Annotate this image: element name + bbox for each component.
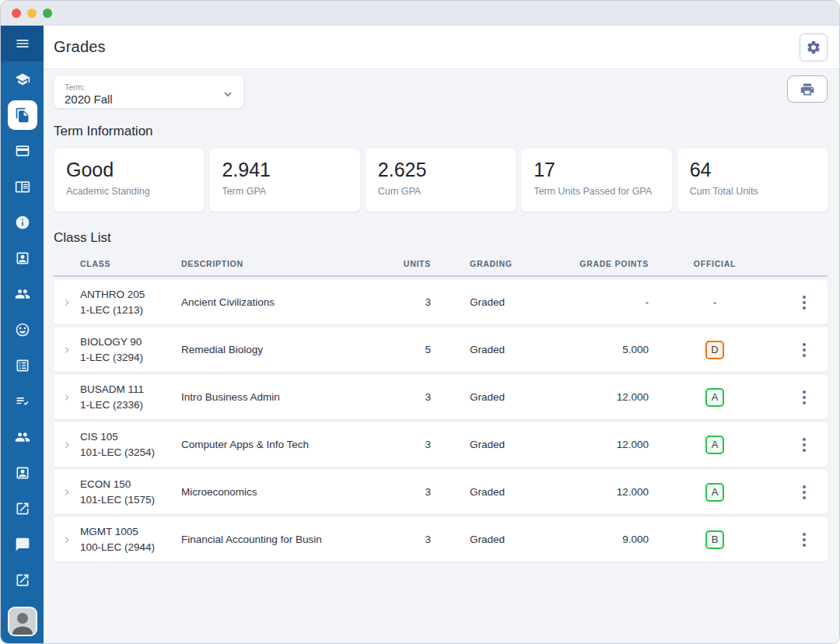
card-cum-total-units: 64 Cum Total Units bbox=[677, 149, 828, 212]
card-label: Cum Total Units bbox=[690, 186, 815, 197]
sidebar-item-info[interactable] bbox=[1, 205, 44, 240]
official-grade-cell: - bbox=[649, 296, 781, 308]
sidebar-item-wellness[interactable] bbox=[1, 312, 44, 348]
list-box-icon bbox=[15, 358, 30, 373]
page-header: Grades bbox=[44, 26, 839, 69]
units-cell: 3 bbox=[384, 391, 431, 403]
units-cell: 3 bbox=[384, 439, 431, 450]
sidebar-item-billing[interactable] bbox=[1, 133, 44, 169]
row-menu-button[interactable] bbox=[781, 375, 828, 419]
external-link-icon bbox=[15, 572, 30, 588]
col-class: Class bbox=[80, 259, 181, 268]
table-row: BUSADM 1111-LEC (2336) Intro Business Ad… bbox=[54, 375, 828, 419]
grade-points-cell: 5.000 bbox=[579, 344, 649, 355]
external-link-icon bbox=[15, 501, 30, 516]
expand-row-button[interactable] bbox=[54, 534, 80, 545]
grade-points-cell: 9.000 bbox=[579, 534, 649, 545]
description-cell: Remedial Biology bbox=[181, 344, 384, 355]
units-cell: 5 bbox=[384, 344, 431, 355]
sidebar-item-grades[interactable] bbox=[1, 97, 44, 133]
col-official: Official bbox=[649, 259, 781, 268]
people-icon bbox=[15, 286, 30, 302]
people-icon bbox=[15, 429, 30, 445]
card-term-gpa: 2.941 Term GPA bbox=[209, 149, 359, 212]
row-menu-button[interactable] bbox=[781, 327, 828, 372]
sidebar-item-groups[interactable] bbox=[1, 419, 44, 455]
term-select-label: Term: bbox=[65, 82, 222, 92]
expand-row-button[interactable] bbox=[54, 487, 80, 498]
sidebar-item-messages[interactable] bbox=[1, 527, 44, 562]
sidebar-item-external-1[interactable] bbox=[1, 491, 44, 527]
reader-icon bbox=[15, 179, 30, 194]
grading-cell: Graded bbox=[470, 486, 579, 498]
sidebar-item-profile[interactable] bbox=[1, 240, 44, 276]
sidebar-item-external-2[interactable] bbox=[1, 562, 44, 598]
class-cell: CIS 105101-LEC (3254) bbox=[80, 429, 181, 460]
sidebar-item-advisors[interactable] bbox=[1, 276, 44, 312]
avatar-photo bbox=[9, 608, 36, 635]
card-term-units-passed: 17 Term Units Passed for GPA bbox=[521, 149, 671, 212]
description-cell: Microeconomics bbox=[181, 486, 384, 498]
row-menu-button[interactable] bbox=[781, 280, 828, 324]
description-cell: Intro Business Admin bbox=[181, 391, 384, 403]
contact-badge-icon bbox=[15, 250, 30, 266]
card-cum-gpa: 2.625 Cum GPA bbox=[366, 149, 516, 212]
description-cell: Computer Apps & Info Tech bbox=[181, 439, 384, 450]
row-menu-button[interactable] bbox=[781, 422, 828, 467]
sidebar-item-enrollment[interactable] bbox=[1, 169, 44, 205]
expand-row-button[interactable] bbox=[54, 439, 80, 450]
active-nav-tile bbox=[8, 100, 37, 130]
minimize-window-button[interactable] bbox=[27, 9, 37, 18]
col-grading: Grading bbox=[470, 259, 579, 268]
user-avatar[interactable] bbox=[8, 607, 37, 636]
grade-points-cell: 12.000 bbox=[579, 439, 649, 450]
expand-row-button[interactable] bbox=[54, 297, 80, 308]
card-label: Cum GPA bbox=[378, 186, 503, 197]
col-description: Description bbox=[181, 259, 384, 268]
playlist-check-icon bbox=[15, 394, 30, 409]
grading-cell: Graded bbox=[470, 391, 579, 403]
term-select-value: 2020 Fall bbox=[65, 93, 222, 106]
grade-badge: A bbox=[705, 388, 724, 407]
units-cell: 3 bbox=[384, 486, 431, 498]
class-cell: ECON 150101-LEC (1575) bbox=[80, 477, 181, 507]
description-cell: Financial Accounting for Busin bbox=[181, 534, 384, 545]
official-grade-cell: D bbox=[649, 341, 781, 359]
grading-cell: Graded bbox=[470, 534, 579, 545]
close-window-button[interactable] bbox=[12, 9, 21, 18]
grade-badge: B bbox=[705, 530, 724, 549]
sidebar bbox=[1, 26, 44, 643]
term-info-cards: Good Academic Standing 2.941 Term GPA 2.… bbox=[54, 149, 828, 212]
class-list-heading: Class List bbox=[54, 230, 828, 246]
official-grade-cell: A bbox=[649, 483, 781, 502]
chevron-right-icon bbox=[61, 487, 72, 498]
sidebar-item-academics[interactable] bbox=[1, 61, 44, 97]
expand-row-button[interactable] bbox=[54, 392, 80, 403]
grade-points-cell: 12.000 bbox=[579, 486, 649, 498]
settings-button[interactable] bbox=[800, 33, 828, 61]
chevron-down-icon bbox=[222, 88, 234, 100]
class-cell: BIOLOGY 901-LEC (3294) bbox=[80, 334, 181, 365]
contact-badge-icon bbox=[15, 465, 30, 481]
sidebar-item-contacts[interactable] bbox=[1, 455, 44, 491]
sidebar-item-tasks[interactable] bbox=[1, 348, 44, 383]
term-select[interactable]: Term: 2020 Fall bbox=[54, 75, 243, 108]
page-title: Grades bbox=[54, 38, 106, 56]
row-menu-button[interactable] bbox=[781, 470, 828, 514]
table-row: ECON 150101-LEC (1575) Microeconomics 3 … bbox=[54, 470, 828, 514]
sidebar-menu-button[interactable] bbox=[1, 26, 44, 61]
row-menu-button[interactable] bbox=[781, 517, 828, 562]
school-icon bbox=[15, 72, 30, 87]
expand-row-button[interactable] bbox=[54, 345, 80, 355]
window-titlebar bbox=[1, 1, 839, 26]
card-academic-standing: Good Academic Standing bbox=[54, 149, 204, 212]
col-grade-points: Grade Points bbox=[579, 259, 649, 268]
sidebar-item-checklist[interactable] bbox=[1, 383, 44, 419]
chevron-right-icon bbox=[61, 534, 72, 545]
card-label: Term GPA bbox=[222, 186, 347, 197]
print-button[interactable] bbox=[787, 75, 828, 103]
zoom-window-button[interactable] bbox=[43, 9, 52, 18]
card-value: Good bbox=[66, 159, 191, 181]
card-value: 17 bbox=[534, 159, 659, 181]
grade-points-cell: 12.000 bbox=[579, 391, 649, 403]
